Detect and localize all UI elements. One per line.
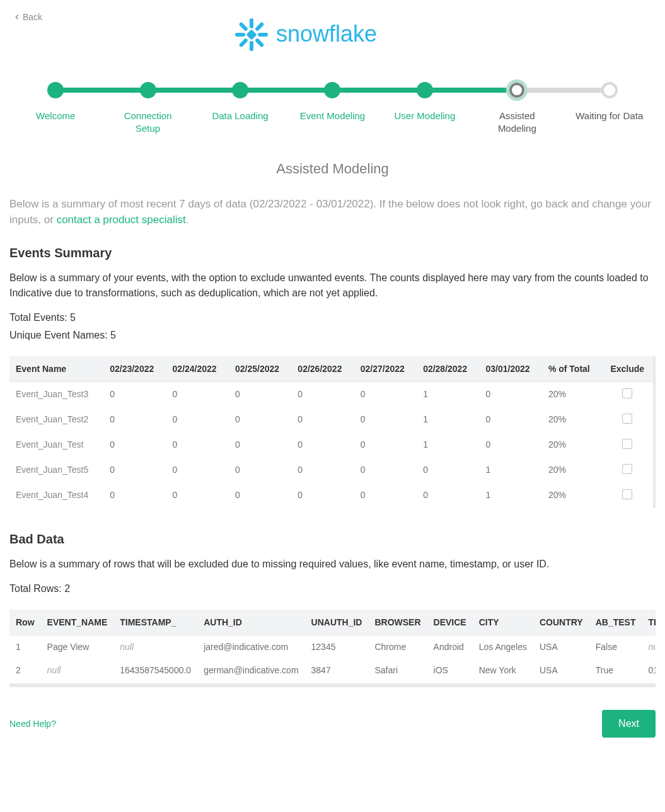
table-cell: 1 bbox=[417, 407, 479, 432]
step-dot bbox=[324, 82, 340, 98]
events-col-header: 02/28/2022 bbox=[417, 356, 479, 382]
table-cell bbox=[602, 432, 653, 457]
chevron-left-icon bbox=[13, 13, 21, 21]
table-cell: Chrome bbox=[368, 635, 427, 658]
bad-data-table-container[interactable]: RowEVENT_NAMETIMESTAMP_AUTH_IDUNAUTH_IDB… bbox=[9, 610, 656, 687]
table-cell: null bbox=[642, 635, 656, 658]
svg-rect-6 bbox=[238, 21, 248, 32]
exclude-checkbox[interactable] bbox=[622, 414, 632, 424]
table-cell: Event_Juan_Test2 bbox=[9, 407, 103, 432]
table-cell bbox=[602, 482, 653, 508]
null-value: null bbox=[120, 642, 134, 652]
events-col-header: 02/23/2022 bbox=[103, 356, 166, 382]
step-connector bbox=[55, 88, 147, 93]
baddata-col-header: TIMESTAMP bbox=[642, 610, 656, 635]
svg-rect-2 bbox=[235, 33, 245, 37]
table-cell bbox=[602, 457, 653, 482]
table-cell: 0 bbox=[103, 432, 166, 457]
table-cell: 20% bbox=[542, 457, 602, 482]
table-cell: 20% bbox=[542, 432, 602, 457]
table-cell: german@indicative.com bbox=[197, 658, 304, 682]
table-cell: 0 bbox=[166, 381, 229, 407]
events-col-header: 02/24/2022 bbox=[166, 356, 229, 382]
intro-text: Below is a summary of most recent 7 days… bbox=[9, 196, 656, 228]
events-table: Event Name02/23/202202/24/202202/25/2022… bbox=[9, 356, 653, 508]
step-label: Event Modeling bbox=[300, 110, 365, 122]
step-connector bbox=[240, 88, 332, 93]
table-cell: 0 bbox=[354, 457, 417, 482]
back-button[interactable]: Back bbox=[13, 12, 42, 22]
baddata-col-header: CITY bbox=[473, 610, 533, 635]
baddata-col-header: TIMESTAMP_ bbox=[113, 610, 197, 635]
exclude-checkbox[interactable] bbox=[622, 464, 632, 474]
table-cell: 2 bbox=[9, 658, 41, 682]
table-cell: 0 bbox=[417, 457, 479, 482]
table-cell: 0 bbox=[291, 381, 354, 407]
table-cell: jared@indicative.com bbox=[197, 635, 304, 658]
events-col-header: 02/26/2022 bbox=[291, 356, 354, 382]
step-connector bbox=[333, 88, 425, 93]
table-cell: 01/31/2022 00:05:45 bbox=[642, 658, 656, 682]
table-cell: USA bbox=[533, 658, 589, 682]
exclude-checkbox[interactable] bbox=[622, 388, 632, 398]
table-cell: Los Angeles bbox=[473, 635, 533, 658]
table-cell: False bbox=[589, 635, 642, 658]
table-cell: 0 bbox=[166, 482, 229, 508]
baddata-col-header: AB_TEST bbox=[589, 610, 642, 635]
table-cell: 20% bbox=[542, 381, 602, 407]
table-cell: 0 bbox=[166, 407, 229, 432]
table-cell: 0 bbox=[291, 432, 354, 457]
table-cell: 1643587545000.0 bbox=[113, 658, 197, 682]
svg-rect-0 bbox=[250, 18, 253, 28]
svg-rect-8 bbox=[246, 30, 257, 40]
table-cell: 0 bbox=[480, 432, 542, 457]
table-cell: null bbox=[113, 635, 197, 658]
baddata-col-header: DEVICE bbox=[427, 610, 473, 635]
step-label: User Modeling bbox=[395, 110, 456, 122]
total-rows: Total Rows: 2 bbox=[9, 583, 656, 594]
table-cell: 20% bbox=[542, 482, 602, 508]
svg-rect-7 bbox=[254, 38, 264, 48]
step-label: Waiting for Data bbox=[575, 110, 643, 122]
step-label: Welcome bbox=[36, 110, 75, 122]
events-col-header: Exclude bbox=[602, 356, 653, 382]
table-cell: 0 bbox=[480, 407, 542, 432]
contact-specialist-link[interactable]: contact a product specialist bbox=[57, 214, 186, 226]
table-cell: USA bbox=[533, 635, 589, 658]
table-cell: 0 bbox=[166, 457, 229, 482]
events-col-header: 02/25/2022 bbox=[229, 356, 291, 382]
svg-rect-5 bbox=[238, 38, 248, 48]
step-dot bbox=[47, 82, 64, 98]
table-cell: 0 bbox=[229, 457, 291, 482]
table-cell: 0 bbox=[480, 381, 542, 407]
table-cell: 0 bbox=[229, 482, 291, 508]
step-label: Connection Setup bbox=[113, 110, 183, 136]
table-row: Event_Juan_Test2000001020% bbox=[9, 407, 653, 432]
table-row: Event_Juan_Test3000001020% bbox=[9, 381, 653, 407]
exclude-checkbox[interactable] bbox=[622, 439, 632, 449]
need-help-link[interactable]: Need Help? bbox=[9, 719, 56, 729]
progress-stepper: WelcomeConnection SetupData LoadingEvent… bbox=[9, 82, 656, 136]
unique-event-names: Unique Event Names: 5 bbox=[9, 330, 656, 341]
bad-data-title: Bad Data bbox=[9, 532, 656, 547]
events-col-header: 02/27/2022 bbox=[354, 356, 417, 382]
table-cell: New York bbox=[473, 658, 533, 682]
table-cell: Event_Juan_Test4 bbox=[9, 482, 103, 508]
table-cell: 0 bbox=[354, 432, 417, 457]
step-label: Assisted Modeling bbox=[482, 110, 552, 136]
svg-text:snowflake: snowflake bbox=[276, 21, 377, 47]
baddata-col-header: BROWSER bbox=[368, 610, 427, 635]
baddata-col-header: EVENT_NAME bbox=[41, 610, 114, 635]
next-button[interactable]: Next bbox=[602, 710, 656, 738]
step-dot bbox=[601, 82, 618, 98]
table-cell: Event_Juan_Test bbox=[9, 432, 103, 457]
baddata-col-header: UNAUTH_ID bbox=[305, 610, 369, 635]
total-events: Total Events: 5 bbox=[9, 312, 656, 323]
events-col-header: 03/01/2022 bbox=[480, 356, 542, 382]
snowflake-logo-icon: snowflake bbox=[232, 15, 434, 54]
bad-data-body: Below is a summary of rows that will be … bbox=[9, 557, 656, 572]
exclude-checkbox[interactable] bbox=[622, 489, 632, 499]
table-cell: 1 bbox=[9, 635, 41, 658]
table-cell bbox=[602, 407, 653, 432]
page-title: Assisted Modeling bbox=[9, 161, 656, 177]
